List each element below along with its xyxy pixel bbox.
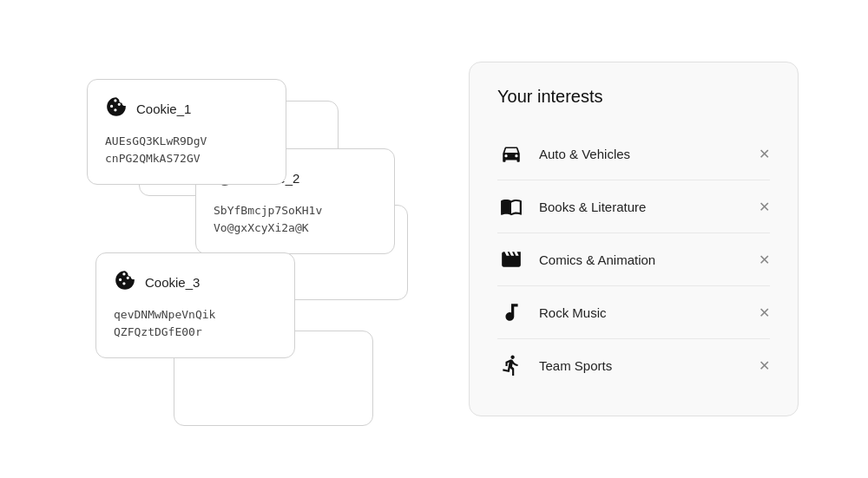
card-3-value: qevDNMwNpeVnQik QZFQztDGfE00r [114, 306, 277, 343]
cookie-card-3: Cookie_3 qevDNMwNpeVnQik QZFQztDGfE00r [95, 252, 295, 359]
interest-item-books-literature: Books & Literature ✕ [497, 180, 770, 233]
cookies-area: Cookie_1 AUEsGQ3KLwR9DgV cnPG2QMkAS72GV … [69, 53, 399, 426]
cookie-icon-3 [114, 269, 136, 296]
rock-music-label: Rock Music [539, 305, 745, 320]
rock-music-icon [497, 298, 525, 326]
auto-vehicles-remove-button[interactable]: ✕ [759, 146, 770, 162]
main-container: Cookie_1 AUEsGQ3KLwR9DgV cnPG2QMkAS72GV … [0, 0, 868, 478]
books-literature-icon [497, 193, 525, 220]
team-sports-label: Team Sports [539, 358, 745, 373]
interests-panel: Your interests Auto & Vehicles ✕ Books &… [469, 62, 799, 416]
card-3-title: Cookie_3 [145, 275, 200, 290]
books-literature-remove-button[interactable]: ✕ [759, 199, 770, 215]
rock-music-remove-button[interactable]: ✕ [759, 304, 770, 321]
books-literature-label: Books & Literature [539, 200, 745, 214]
interests-title: Your interests [497, 87, 770, 107]
team-sports-remove-button[interactable]: ✕ [759, 357, 770, 374]
card-2-value: SbYfBmcjp7SoKH1v Vo@gxXcyXi2a@K [214, 202, 377, 239]
comics-animation-remove-button[interactable]: ✕ [759, 252, 770, 268]
interest-item-rock-music: Rock Music ✕ [497, 286, 770, 339]
card-1-value: AUEsGQ3KLwR9DgV cnPG2QMkAS72GV [105, 133, 268, 169]
interest-item-auto-vehicles: Auto & Vehicles ✕ [497, 128, 770, 180]
comics-animation-icon [497, 246, 525, 273]
comics-animation-label: Comics & Animation [539, 252, 745, 267]
auto-vehicles-label: Auto & Vehicles [539, 147, 745, 161]
cookie-icon-1 [105, 95, 128, 122]
interest-item-comics-animation: Comics & Animation ✕ [497, 233, 770, 286]
card-1-header: Cookie_1 [105, 95, 268, 122]
card-3-header: Cookie_3 [114, 269, 277, 296]
team-sports-icon [497, 351, 525, 379]
cookie-card-1: Cookie_1 AUEsGQ3KLwR9DgV cnPG2QMkAS72GV [87, 79, 286, 186]
card-1-title: Cookie_1 [136, 101, 191, 116]
interest-item-team-sports: Team Sports ✕ [497, 339, 770, 391]
auto-vehicles-icon [497, 140, 525, 167]
